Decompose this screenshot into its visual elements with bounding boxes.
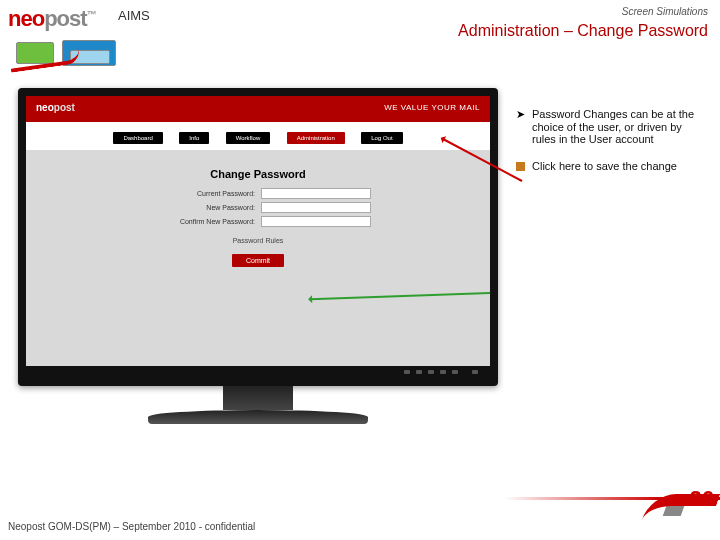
nav-workflow[interactable]: Workflow (226, 132, 271, 144)
commit-button[interactable]: Commit (232, 254, 284, 267)
label-confirm-pw: Confirm New Password: (145, 218, 255, 225)
monitor-buttons (26, 366, 490, 378)
password-rules: Password Rules (26, 237, 490, 244)
process-diagram (10, 36, 130, 80)
power-led-icon (472, 370, 478, 374)
tm-icon: ™ (87, 9, 96, 20)
callout-2: Click here to save the change (532, 160, 677, 174)
bullet-arrow-icon: ➤ (516, 108, 525, 120)
label-new-pw: New Password: (145, 204, 255, 211)
brand-b: post (44, 6, 86, 31)
nav-logout[interactable]: Log Out (361, 132, 402, 144)
nav-info[interactable]: Info (179, 132, 209, 144)
simulated-screen: neopost WE VALUE YOUR MAIL Dashboard Inf… (26, 96, 490, 366)
nav-admin[interactable]: Administration (287, 132, 345, 144)
page-number: 26 (690, 486, 714, 512)
input-current-pw[interactable] (261, 188, 371, 199)
footer-bar (0, 497, 720, 500)
input-new-pw[interactable] (261, 202, 371, 213)
brand-a: neo (8, 6, 44, 31)
monitor: neopost WE VALUE YOUR MAIL Dashboard Inf… (18, 88, 498, 424)
input-confirm-pw[interactable] (261, 216, 371, 227)
sim-tagline: WE VALUE YOUR MAIL (384, 103, 480, 112)
label-current-pw: Current Password: (145, 190, 255, 197)
footer-text: Neopost GOM-DS(PM) – September 2010 - co… (8, 521, 255, 532)
bullet-square-icon (516, 162, 525, 171)
slide-subhead: Screen Simulations (622, 6, 708, 17)
callout-list: ➤ Password Changes can be at the choice … (516, 108, 706, 188)
sim-nav: Dashboard Info Workflow Administration L… (26, 122, 490, 150)
nav-dashboard[interactable]: Dashboard (113, 132, 162, 144)
sim-logo: neopost (36, 102, 75, 113)
brand-logo: neopost™ (8, 6, 96, 32)
form-title: Change Password (26, 168, 490, 180)
slide-title: Administration – Change Password (458, 22, 708, 40)
product-name: AIMS (118, 8, 150, 23)
callout-1: Password Changes can be at the choice of… (532, 108, 706, 146)
